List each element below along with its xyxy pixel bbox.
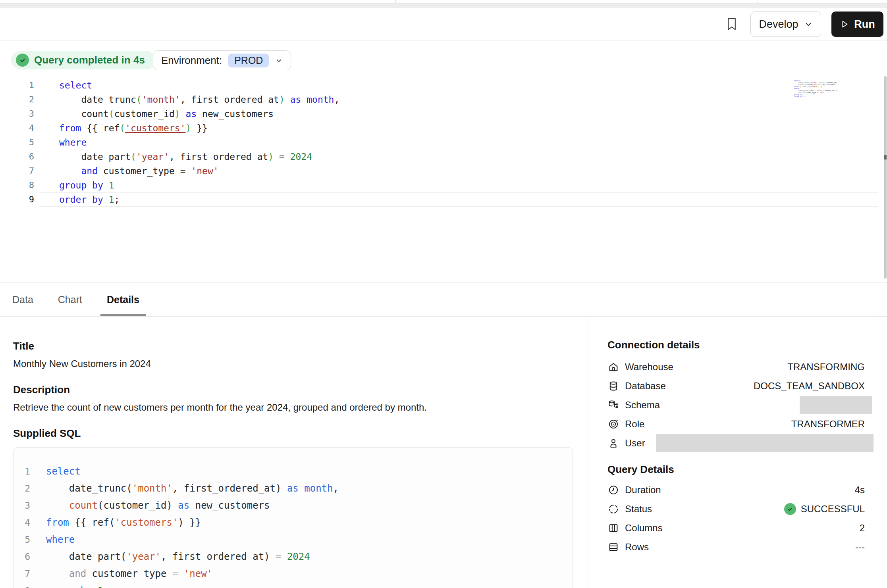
details-right-column: Connection details Warehouse TRANSFORMIN…: [588, 317, 887, 588]
connection-details-heading: Connection details: [607, 339, 887, 350]
query-details-rows: Duration 4s Status SUCCESSFUL: [607, 480, 865, 557]
line-number: 1: [13, 463, 34, 480]
database-icon: [607, 380, 619, 392]
line-content: where: [40, 135, 878, 150]
run-button[interactable]: Run: [831, 12, 883, 37]
row-value: TRANSFORMER: [791, 419, 865, 430]
environment-label: Environment:: [161, 54, 222, 67]
row-label: Status: [625, 503, 652, 515]
code-line-8[interactable]: 8group by 1: [0, 178, 878, 192]
play-icon: [840, 19, 849, 29]
line-content: group by 1: [40, 178, 878, 192]
environment-badge: PROD: [228, 54, 269, 67]
clipped-tab[interactable]: [0, 0, 82, 3]
line-number: 7: [0, 164, 40, 178]
query-status-row: Query completed in 4s Environment: PROD: [0, 41, 887, 77]
scrollbar-cursor-marker: [884, 155, 887, 159]
code-line-5[interactable]: 5where: [0, 135, 878, 150]
connection-row-schema: Schema: [607, 396, 865, 415]
code-line-6: 6 date_part('year', first_ordered_at) = …: [13, 548, 573, 565]
status-value: SUCCESSFUL: [801, 503, 865, 515]
row-value: TRANSFORMING: [787, 361, 865, 373]
bookmark-icon[interactable]: [725, 16, 739, 32]
connection-row-database: Database DOCS_TEAM_SANDBOX: [607, 377, 865, 396]
develop-button-label: Develop: [759, 18, 798, 31]
line-content: order by 1;: [40, 192, 878, 207]
clipped-tab[interactable]: [396, 0, 523, 3]
query-row-columns: Columns 2: [607, 519, 865, 538]
clipped-tab[interactable]: [523, 0, 758, 3]
supplied-sql-heading: Supplied SQL: [13, 428, 573, 439]
line-content: and customer_type = 'new': [40, 164, 878, 178]
row-value: 4s: [855, 484, 865, 496]
code-line-3: 3 count(customer_id) as new_customers: [13, 497, 573, 514]
code-line-7[interactable]: 7 and customer_type = 'new': [0, 164, 878, 178]
query-status-text: Query completed in 4s: [34, 54, 145, 66]
line-number: 6: [13, 548, 34, 565]
code-line-9[interactable]: 9order by 1;: [0, 192, 878, 207]
line-content: date_trunc('month', first_ordered_at) as…: [40, 92, 878, 107]
sql-editor[interactable]: 1select2 date_trunc('month', first_order…: [0, 77, 887, 282]
line-number: 5: [13, 531, 34, 548]
code-line-2: 2 date_trunc('month', first_ordered_at) …: [13, 480, 573, 497]
line-content: where: [34, 531, 573, 548]
code-line-6[interactable]: 6 date_part('year', first_ordered_at) = …: [0, 150, 878, 164]
environment-selector[interactable]: Environment: PROD: [153, 50, 291, 70]
row-label: Schema: [625, 400, 660, 411]
line-content: select: [34, 463, 573, 480]
line-number: 2: [0, 92, 40, 107]
code-line-7: 7 and customer_type = 'new': [13, 565, 573, 582]
run-button-label: Run: [854, 18, 875, 31]
line-number: 8: [0, 178, 40, 192]
success-check-icon: [784, 503, 796, 515]
code-line-4: 4from {{ ref('customers') }}: [13, 514, 573, 531]
warehouse-icon: [607, 361, 619, 373]
editor-scrollbar[interactable]: [884, 76, 887, 279]
row-label: Warehouse: [625, 361, 673, 373]
description-value: Retrieve the count of new customers per …: [13, 402, 573, 413]
check-circle-icon: [16, 54, 29, 67]
code-line-1[interactable]: 1select: [0, 78, 878, 92]
row-label: Columns: [625, 523, 663, 534]
details-left-column: Title Monthly New Customers in 2024 Desc…: [0, 317, 588, 588]
clipped-tab[interactable]: [82, 0, 209, 3]
role-icon: [607, 418, 619, 430]
title-heading: Title: [13, 340, 573, 352]
description-heading: Description: [13, 384, 573, 395]
tab-details[interactable]: Details: [100, 283, 146, 316]
details-scroll-track[interactable]: [879, 317, 879, 588]
editor-code: 1select2 date_trunc('month', first_order…: [0, 78, 878, 207]
connection-row-user: User: [607, 434, 865, 453]
query-row-duration: Duration 4s: [607, 480, 865, 500]
tab-row-shadow: [0, 4, 887, 8]
code-line-2[interactable]: 2 date_trunc('month', first_ordered_at) …: [0, 92, 878, 107]
develop-button[interactable]: Develop: [750, 12, 821, 37]
line-number: 4: [0, 121, 40, 135]
line-content: and customer_type = 'new': [34, 565, 573, 582]
title-value: Monthly New Customers in 2024: [13, 358, 573, 369]
line-number: 7: [13, 565, 34, 582]
tab-data[interactable]: Data: [6, 283, 40, 316]
line-number: 4: [13, 514, 34, 531]
connection-row-warehouse: Warehouse TRANSFORMING: [607, 357, 865, 377]
code-line-1: 1select: [13, 463, 573, 480]
header-toolbar: Develop Run: [0, 8, 887, 40]
clipped-tab[interactable]: [209, 0, 396, 3]
code-line-4[interactable]: 4from {{ ref('customers') }}: [0, 121, 878, 135]
line-content: count(customer_id) as new_customers: [40, 107, 878, 121]
line-number: 6: [0, 150, 40, 164]
connection-details-rows: Warehouse TRANSFORMING Database DOCS_TEA…: [607, 357, 865, 453]
results-tabbar: Data Chart Details: [0, 282, 887, 317]
row-value: ---: [855, 542, 865, 553]
query-status-pill: Query completed in 4s: [11, 51, 155, 69]
clipped-tab[interactable]: [758, 0, 887, 3]
code-line-3[interactable]: 3 count(customer_id) as new_customers: [0, 107, 878, 121]
chevron-down-icon: [804, 20, 813, 29]
editor-minimap[interactable]: 1select2 date_trunc('month', first_order…: [793, 80, 837, 98]
indent-guide: [45, 150, 45, 178]
code-line-8: 8group by 1: [13, 582, 573, 588]
line-content: date_part('year', first_ordered_at) = 20…: [40, 150, 878, 164]
user-icon: [607, 437, 619, 449]
tab-chart[interactable]: Chart: [52, 283, 89, 316]
indent-guide: [45, 93, 45, 121]
